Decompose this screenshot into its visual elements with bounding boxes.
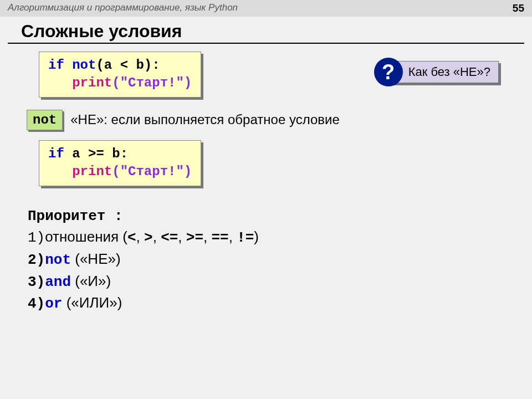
kw-if-2: if <box>48 146 64 161</box>
priority-line-2: 2)not («НЕ») <box>28 249 532 271</box>
page-number: 55 <box>513 2 524 14</box>
header-subject: Алгоритмизация и программирование, язык … <box>8 2 238 14</box>
fn-print-2: print <box>72 164 112 179</box>
priority-block: Приоритет : 1)отношения (<, >, <=, >=, =… <box>28 206 532 315</box>
question-callout: ? Как без «НЕ»? <box>387 61 499 83</box>
code1-args: ("Старт!") <box>112 75 192 90</box>
code-block-1: if not(a < b): print("Старт!") <box>39 52 201 98</box>
callout-text: Как без «НЕ»? <box>408 65 490 79</box>
priority-line-4: 4)or («ИЛИ») <box>28 293 532 315</box>
header-bar: Алгоритмизация и программирование, язык … <box>0 0 532 17</box>
kw-if: if <box>48 58 64 73</box>
code2-cond: a >= b: <box>64 146 128 161</box>
fn-print-1: print <box>72 75 112 90</box>
slide-title: Сложные условия <box>8 17 524 44</box>
code2-indent <box>48 164 72 179</box>
code1-cond: (a < b): <box>96 58 160 73</box>
question-mark-icon: ? <box>374 58 403 86</box>
not-badge: not <box>27 110 63 130</box>
code2-args: ("Старт!") <box>112 164 192 179</box>
priority-line-3: 3)and («И») <box>28 271 532 293</box>
not-description: «НЕ»: если выполняется обратное условие <box>70 112 340 127</box>
priority-title: Приоритет : <box>28 206 532 227</box>
priority-line-1: 1)отношения (<, >, <=, >=, ==, !=) <box>28 227 532 249</box>
code-block-2: if a >= b: print("Старт!") <box>39 140 201 186</box>
code1-indent <box>48 75 72 90</box>
kw-not: not <box>72 58 96 73</box>
